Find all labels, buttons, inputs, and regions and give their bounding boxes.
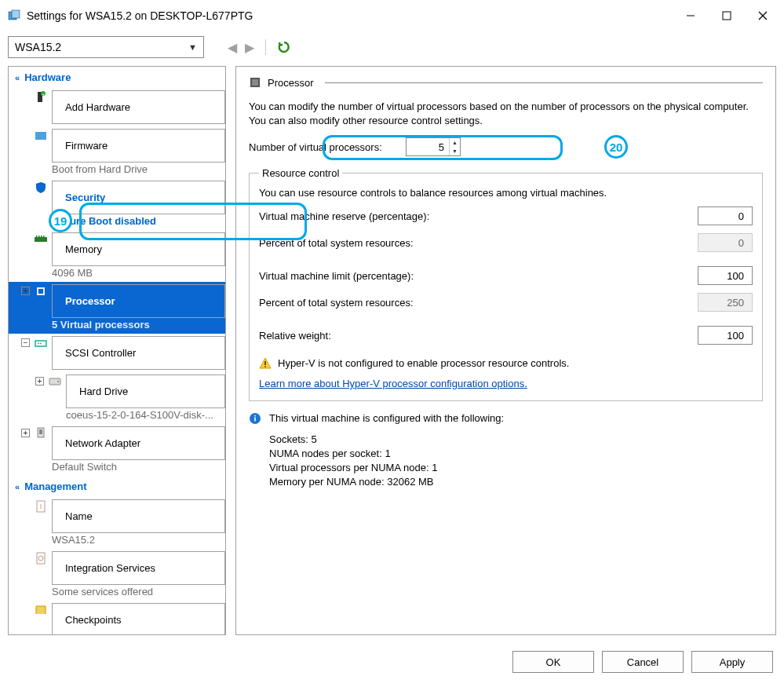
svg-rect-23 (39, 429, 42, 434)
svg-point-19 (40, 343, 42, 345)
svg-rect-35 (264, 361, 266, 365)
tree-item-checkpoints[interactable]: CheckpointsStandard (9, 601, 225, 635)
svg-text:I: I (40, 502, 42, 510)
vm-reserve-label: Virtual machine reserve (percentage): (259, 210, 698, 222)
svg-rect-13 (41, 236, 42, 237)
titlebar: Settings for WSA15.2 on DESKTOP-L677PTG (0, 0, 784, 31)
pct-reserve-label: Percent of total system resources: (259, 237, 698, 249)
tree-item-network[interactable]: + Network AdapterDefault Switch (9, 424, 225, 476)
warning-icon (259, 357, 272, 370)
svg-rect-12 (38, 236, 40, 237)
num-vp-spinner[interactable]: ▲ ▼ (406, 137, 461, 156)
svg-rect-34 (252, 79, 258, 86)
tree-item-add-hardware[interactable]: + Add Hardware (9, 88, 225, 126)
disk-icon (49, 375, 61, 388)
controller-icon (35, 337, 47, 349)
nav-forward-button[interactable]: ▶ (245, 40, 254, 55)
svg-rect-39 (254, 415, 256, 417)
memory-icon (35, 233, 47, 246)
processor-panel: Processor You can modify the number of v… (235, 66, 776, 635)
svg-rect-3 (723, 12, 731, 20)
refresh-button[interactable] (277, 40, 291, 54)
collapse-icon[interactable]: − (21, 338, 30, 347)
chevron-down-icon: ▼ (188, 42, 197, 52)
vm-limit-label: Virtual machine limit (percentage): (259, 270, 698, 282)
learn-more-link[interactable]: Learn more about Hyper-V processor confi… (259, 378, 527, 389)
window-title: Settings for WSA15.2 on DESKTOP-L677PTG (27, 9, 673, 22)
expand-icon[interactable]: + (35, 377, 44, 386)
processor-icon (35, 285, 47, 298)
rel-weight-input[interactable] (698, 326, 753, 345)
spin-down-button[interactable]: ▼ (450, 147, 460, 155)
num-vp-input[interactable] (407, 138, 449, 155)
settings-tree: « Hardware + Add Hardware FirmwareBoot f… (8, 66, 226, 635)
minimize-button[interactable] (673, 3, 709, 28)
apply-button[interactable]: Apply (691, 651, 773, 673)
nav-back-button[interactable]: ◀ (228, 40, 237, 55)
svg-rect-38 (254, 418, 256, 422)
svg-rect-10 (35, 237, 47, 242)
svg-point-21 (57, 381, 59, 382)
panel-description: You can modify the number of virtual pro… (249, 100, 763, 128)
add-hardware-icon: + (35, 91, 47, 104)
svg-rect-11 (36, 236, 38, 237)
collapse-icon: « (15, 482, 20, 491)
resource-control-group: Resource control You can use resource co… (249, 167, 763, 401)
vm-limit-input[interactable] (698, 266, 753, 285)
checkpoints-icon (35, 604, 47, 616)
maximize-button[interactable] (709, 3, 745, 28)
settings-icon (8, 9, 20, 22)
network-icon (35, 427, 47, 440)
vm-selector-value: WSA15.2 (15, 41, 61, 53)
hardware-section[interactable]: « Hardware (9, 67, 225, 88)
expand-icon[interactable]: + (21, 287, 30, 295)
rc-description: You can use resource controls to balance… (259, 187, 753, 199)
svg-rect-1 (12, 10, 20, 18)
num-vp-label: Number of virtual processors: (249, 141, 406, 153)
vm-selector[interactable]: WSA15.2 ▼ (8, 36, 204, 58)
spin-up-button[interactable]: ▲ (450, 138, 460, 147)
warning-text: Hyper-V is not configured to enable proc… (278, 357, 569, 369)
processor-icon (249, 76, 261, 89)
tree-item-scsi[interactable]: − SCSI Controller (9, 334, 225, 372)
name-icon: I (35, 500, 47, 513)
svg-rect-9 (35, 132, 46, 140)
info-icon (249, 412, 261, 425)
svg-text:+: + (42, 92, 45, 97)
management-section[interactable]: « Management (9, 476, 225, 497)
tree-item-firmware[interactable]: FirmwareBoot from Hard Drive (9, 126, 225, 178)
svg-rect-14 (43, 236, 45, 237)
integration-icon (35, 552, 47, 565)
info-details: Sockets: 5 NUMA nodes per socket: 1 Virt… (269, 433, 763, 489)
pct-reserve-readonly (698, 233, 753, 252)
cancel-button[interactable]: Cancel (602, 651, 684, 673)
tree-item-security[interactable]: SecuritySecure Boot disabled (9, 178, 225, 230)
tree-item-hard-drive[interactable]: + Hard Drivecoeus-15-2-0-164-S100V-disk-… (9, 372, 225, 424)
close-button[interactable] (745, 3, 781, 28)
expand-icon[interactable]: + (21, 429, 30, 437)
info-text: This virtual machine is configured with … (269, 412, 504, 424)
tree-item-integration[interactable]: Integration ServicesSome services offere… (9, 549, 225, 601)
pct-limit-readonly (698, 293, 753, 312)
svg-rect-16 (38, 289, 43, 294)
svg-point-18 (38, 343, 39, 345)
rc-legend: Resource control (259, 167, 342, 179)
rel-weight-label: Relative weight: (259, 330, 698, 342)
tree-item-name[interactable]: I NameWSA15.2 (9, 497, 225, 549)
vm-reserve-input[interactable] (698, 206, 753, 225)
shield-icon (35, 181, 47, 194)
collapse-icon: « (15, 73, 20, 82)
svg-rect-36 (264, 366, 266, 367)
panel-title: Processor (268, 77, 319, 89)
ok-button[interactable]: OK (512, 651, 594, 673)
tree-item-processor[interactable]: + Processor5 Virtual processors (9, 282, 225, 334)
separator (265, 39, 266, 55)
firmware-icon (35, 130, 47, 142)
pct-limit-label: Percent of total system resources: (259, 297, 698, 309)
tree-item-memory[interactable]: Memory4096 MB (9, 230, 225, 282)
